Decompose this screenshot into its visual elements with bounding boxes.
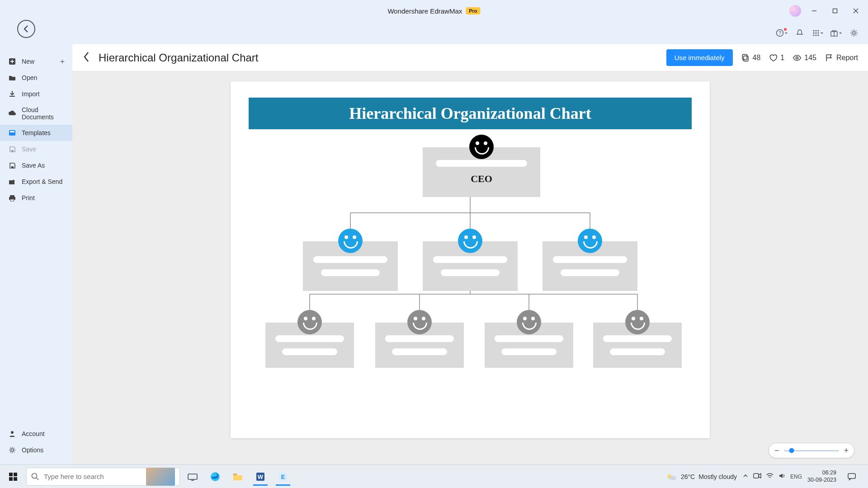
svg-rect-23 <box>11 150 14 152</box>
action-center-icon[interactable] <box>842 468 862 486</box>
views-stat: 145 <box>793 53 816 62</box>
org-node-l3-1 <box>265 323 354 368</box>
template-back-button[interactable] <box>82 51 90 65</box>
language-icon[interactable]: ENG <box>790 474 802 480</box>
sidebar-item-open[interactable]: Open <box>0 70 72 86</box>
weather-icon <box>665 472 677 482</box>
print-icon <box>8 194 16 202</box>
org-node-ceo: CEO <box>423 147 540 197</box>
org-node-label: CEO <box>471 173 492 185</box>
flag-icon <box>825 53 834 62</box>
smiley-icon <box>469 135 494 159</box>
settings-icon[interactable] <box>848 27 860 39</box>
org-node-l3-3 <box>485 323 573 368</box>
svg-rect-32 <box>742 54 747 60</box>
explorer-icon[interactable] <box>228 468 248 486</box>
weather-widget[interactable]: 26°C Mostly cloudy <box>665 472 737 482</box>
svg-point-8 <box>817 30 819 31</box>
svg-rect-46 <box>14 473 17 476</box>
bell-icon[interactable] <box>794 27 806 39</box>
template-icon <box>8 129 16 137</box>
org-node-l2-1 <box>303 241 398 291</box>
sidebar-item-cloud[interactable]: Cloud Documents <box>0 102 72 125</box>
sidebar-item-label: Import <box>22 90 40 98</box>
gift-icon[interactable] <box>830 27 842 39</box>
report-button[interactable]: Report <box>825 53 858 62</box>
svg-point-12 <box>813 34 814 36</box>
sidebar-item-saveas[interactable]: Save As <box>0 157 72 174</box>
folder-icon <box>8 74 16 82</box>
edge-icon[interactable] <box>205 468 225 486</box>
sidebar-item-new[interactable]: New ＋ <box>0 53 72 70</box>
cloud-icon <box>8 109 16 117</box>
zoom-out-button[interactable]: − <box>774 446 779 455</box>
volume-icon[interactable] <box>778 473 786 481</box>
org-chart: CEO <box>249 129 692 418</box>
use-immediately-button[interactable]: Use immediately <box>666 49 733 66</box>
smiley-icon <box>297 310 322 334</box>
svg-rect-54 <box>233 474 237 475</box>
start-button[interactable] <box>3 468 24 486</box>
svg-text:W: W <box>258 474 264 480</box>
org-node-l3-4 <box>593 323 682 368</box>
likes-stat[interactable]: 1 <box>769 53 784 62</box>
apps-icon[interactable] <box>812 27 824 39</box>
system-tray[interactable]: ENG <box>742 473 802 481</box>
heart-icon <box>769 53 778 62</box>
save-icon <box>8 145 16 153</box>
svg-point-30 <box>11 449 14 451</box>
sidebar-item-import[interactable]: Import <box>0 86 72 102</box>
export-icon <box>8 178 16 186</box>
zoom-slider[interactable] <box>784 450 840 451</box>
word-icon[interactable]: W <box>250 468 270 486</box>
save-as-icon <box>8 161 16 169</box>
sidebar-item-templates[interactable]: Templates <box>0 125 72 141</box>
sidebar-item-label: Save <box>22 145 36 153</box>
search-input[interactable] <box>44 473 142 480</box>
content-pane: Hierarchical Organizational Chart Use im… <box>72 44 868 465</box>
svg-rect-45 <box>9 473 13 476</box>
svg-point-49 <box>32 473 37 478</box>
svg-point-7 <box>815 30 816 31</box>
sidebar-item-options[interactable]: Options <box>0 442 72 458</box>
zoom-control[interactable]: − + <box>769 443 854 458</box>
close-button[interactable] <box>848 3 863 19</box>
help-icon[interactable]: ? <box>776 27 788 39</box>
task-view-icon[interactable] <box>183 468 203 486</box>
smiley-icon <box>517 310 541 334</box>
back-circle-button[interactable] <box>17 20 35 38</box>
search-icon <box>31 473 39 481</box>
svg-rect-47 <box>9 477 13 481</box>
gear-icon <box>8 446 16 454</box>
new-plus-icon[interactable]: ＋ <box>59 57 66 66</box>
canvas-area[interactable]: Hierarchical Organizational Chart <box>72 71 868 465</box>
smiley-icon <box>338 229 363 253</box>
sidebar-item-label: Templates <box>22 129 51 136</box>
eye-icon <box>793 53 802 62</box>
svg-point-11 <box>817 32 819 33</box>
tray-chevron-icon[interactable] <box>742 473 749 481</box>
sidebar-item-print[interactable]: Print <box>0 190 72 206</box>
copies-stat[interactable]: 48 <box>741 53 761 62</box>
app-toolbar: ? <box>0 22 868 44</box>
svg-text:E: E <box>281 474 285 480</box>
taskbar-search[interactable] <box>26 468 180 486</box>
wifi-icon[interactable] <box>766 473 774 481</box>
svg-rect-22 <box>10 131 14 132</box>
svg-point-14 <box>817 34 819 36</box>
sidebar-item-account[interactable]: Account <box>0 426 72 442</box>
edrawmax-icon[interactable]: E <box>273 468 293 486</box>
maximize-button[interactable] <box>827 3 843 19</box>
svg-rect-26 <box>10 195 14 197</box>
svg-point-6 <box>813 30 814 31</box>
zoom-in-button[interactable]: + <box>844 446 849 455</box>
svg-rect-31 <box>743 56 748 61</box>
minimize-button[interactable] <box>807 3 822 19</box>
meet-now-icon[interactable] <box>753 473 761 481</box>
avatar[interactable] <box>789 5 801 17</box>
file-sidebar: New ＋ Open Import Cloud Documents Templa… <box>0 44 72 465</box>
taskbar-clock[interactable]: 06:29 30-09-2023 <box>807 469 836 483</box>
sidebar-item-export[interactable]: Export & Send <box>0 174 72 190</box>
sidebar-item-label: Open <box>22 74 37 81</box>
search-news-thumb[interactable] <box>146 468 175 486</box>
